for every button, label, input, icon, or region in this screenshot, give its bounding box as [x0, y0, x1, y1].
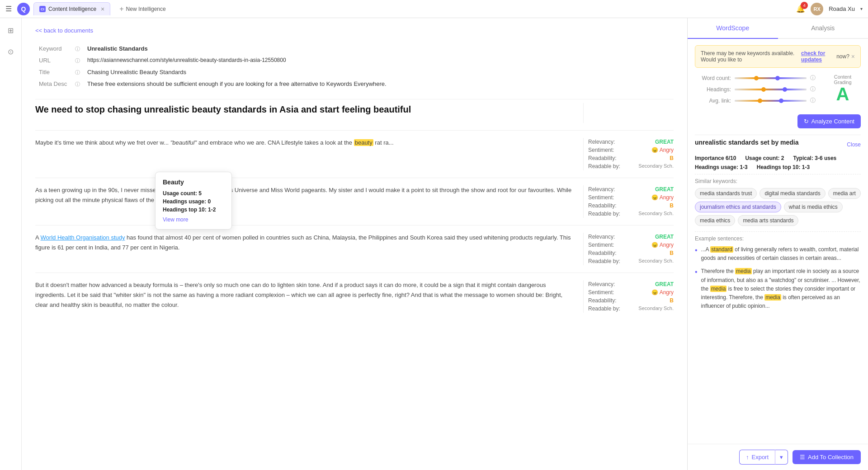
title-info-icon[interactable]: ⓘ [75, 70, 80, 75]
tooltip-headings-usage: Headings usage: 0 [163, 198, 224, 205]
para3-metrics: Relevancy:GREAT Sentiment:😠 Angry Readab… [583, 233, 674, 265]
para2-section: As a teen growing up in the 90s, I never… [35, 178, 674, 225]
para4-section: But it doesn't matter how advanced a bea… [35, 273, 674, 320]
add-to-collection-button[interactable]: ☰ Add To Collection [793, 450, 861, 464]
sidebar: ⊞ ⊙ [0, 18, 22, 470]
tooltip-title: Beauty [163, 179, 224, 186]
media-highlight-2: media [710, 286, 727, 292]
tooltip-view-more-link[interactable]: View more [163, 216, 224, 223]
article-title: We need to stop chasing unrealistic beau… [35, 103, 574, 116]
keyword-label: Keyword [35, 43, 71, 55]
para2-metrics: Relevancy:GREAT Sentiment:😠 Angry Readab… [583, 185, 674, 218]
user-menu-chevron-icon[interactable]: ▾ [860, 6, 863, 11]
article-title-section: We need to stop chasing unrealistic beau… [35, 103, 674, 130]
media-highlight-1: media [735, 268, 752, 274]
content-area: << back to documents Keyword ⓘ Unrealist… [22, 18, 687, 470]
readability-value: B [670, 297, 674, 304]
export-button[interactable]: ↑ Export [739, 450, 775, 465]
title-label: Title [35, 66, 71, 78]
keyword-info-icon[interactable]: ⓘ [75, 46, 80, 52]
headings-top10-stat: Headings top 10: 1-3 [757, 164, 810, 170]
kw-tag-media-art[interactable]: media art [828, 188, 861, 199]
add-collection-icon: ☰ [800, 454, 805, 461]
keyword-value: Unrealistic Standards [84, 43, 674, 55]
meta-title-row: Title ⓘ Chasing Unrealistic Beauty Stand… [35, 66, 674, 78]
notifications-bell[interactable]: 🔔 4 [796, 5, 805, 13]
headings-label: Headings: [695, 86, 731, 93]
who-study-link[interactable]: World Health Organisation study [41, 234, 125, 241]
readability-value: B [670, 202, 674, 209]
avatar[interactable]: RX [811, 3, 823, 15]
analyze-refresh-icon: ↻ [804, 118, 809, 125]
kw-tag-media-ethics[interactable]: media ethics [695, 215, 735, 226]
url-label: URL [35, 55, 71, 66]
keyword-section: unrealistic standards set by media Close… [695, 139, 861, 170]
relevancy-value: GREAT [655, 281, 674, 287]
main-layout: ⊞ ⊙ << back to documents Keyword ⓘ Unrea… [0, 18, 868, 470]
relevancy-label: Relevancy: [588, 281, 615, 287]
readable-by-label: Readable by: [588, 306, 620, 312]
word-count-slider-bar[interactable] [735, 77, 807, 79]
back-to-documents-link[interactable]: << back to documents [35, 27, 93, 34]
standard-highlight: standard [710, 246, 733, 253]
kw-tag-journalism-ethics[interactable]: journalism ethics and standards [695, 202, 781, 212]
kw-tag-media-standards-trust[interactable]: media standards trust [695, 188, 757, 199]
new-tab[interactable]: + New Intelligence [114, 2, 171, 16]
relevancy-value: GREAT [655, 139, 674, 145]
tooltip-headings-top10: Headings top 10: 1-2 [163, 207, 224, 213]
export-icon: ↑ [746, 454, 749, 461]
readable-by-label: Readable by: [588, 163, 620, 169]
readable-by-label: Readable by: [588, 258, 620, 264]
tooltip-usage-count: Usage count: 5 [163, 190, 224, 197]
update-suffix: now? [836, 53, 849, 60]
metadesc-info-icon[interactable]: ⓘ [75, 81, 80, 87]
word-count-info-icon[interactable]: ⓘ [810, 74, 816, 82]
check-for-updates-link[interactable]: check for updates [801, 50, 835, 63]
avg-link-slider-row: Avg. link: ⓘ [695, 97, 816, 104]
update-notice-close-icon[interactable]: × [851, 53, 855, 60]
readable-by-value: Secondary Sch. [638, 258, 674, 264]
media-highlight-3: media [764, 294, 781, 301]
active-tab[interactable]: CI Content Intelligence × [33, 2, 110, 15]
content-grading-label: Content Grading [825, 74, 861, 85]
example-sentences-title: Example sentences: [695, 235, 861, 242]
analyze-content-button[interactable]: ↻ Analyze Content [797, 114, 861, 128]
kw-tag-what-is-media-ethics[interactable]: what is media ethics [784, 202, 843, 212]
headings-slider-bar[interactable] [735, 89, 807, 90]
importance-stat: Importance 6/10 [695, 155, 736, 161]
readability-label: Readability: [588, 250, 617, 256]
tab-wordscope[interactable]: WordScope [688, 18, 778, 39]
example-text-2: Therefore the media play an important ro… [701, 267, 861, 310]
sidebar-home-icon[interactable]: ⊞ [5, 24, 16, 38]
url-value: https://asiannewschannel.com/style/unrea… [84, 55, 674, 66]
url-info-icon[interactable]: ⓘ [75, 58, 80, 63]
para1-section: Maybe it's time we think about why we fr… [35, 130, 674, 178]
panel-divider [695, 135, 861, 135]
usage-count-stat: Usage count: 2 [745, 155, 784, 161]
keyword-headings-stats: Headings usage: 1-3 Headings top 10: 1-3 [695, 164, 861, 170]
right-panel: WordScope Analysis There may be new keyw… [687, 18, 868, 470]
content-grading: Content Grading A [820, 74, 861, 103]
panel-footer: ↑ Export ▾ ☰ Add To Collection [688, 444, 868, 470]
para1-metrics: Relevancy:GREAT Sentiment:😠 Angry Readab… [583, 138, 674, 170]
export-dropdown-button[interactable]: ▾ [775, 450, 788, 465]
metadesc-label: Meta Desc [35, 78, 71, 90]
readable-by-value: Secondary Sch. [638, 163, 674, 169]
tab-close-icon[interactable]: × [101, 5, 104, 13]
menu-icon[interactable]: ☰ [5, 5, 12, 13]
examples-divider [695, 231, 861, 232]
meta-desc-row: Meta Desc ⓘ These free extensions should… [35, 78, 674, 90]
example-sentences-section: Example sentences: • ...A standard of li… [695, 235, 861, 310]
user-name: Roada Xu [829, 5, 855, 12]
avg-link-info-icon[interactable]: ⓘ [810, 97, 816, 104]
keyword-close-link[interactable]: Close [847, 141, 861, 148]
headings-info-icon[interactable]: ⓘ [810, 85, 816, 93]
kw-tag-media-arts-standards[interactable]: media arts standards [738, 215, 798, 226]
kw-tag-digital-media-standards[interactable]: digital media standards [760, 188, 825, 199]
tab-analysis[interactable]: Analysis [778, 18, 868, 39]
example-text-1: ...A standard of living generally refers… [701, 245, 861, 263]
avg-link-slider-bar[interactable] [735, 100, 807, 102]
sidebar-search-icon[interactable]: ⊙ [5, 45, 16, 59]
bullet-icon-2: • [695, 266, 698, 310]
tab-label: Content Intelligence [48, 6, 96, 12]
